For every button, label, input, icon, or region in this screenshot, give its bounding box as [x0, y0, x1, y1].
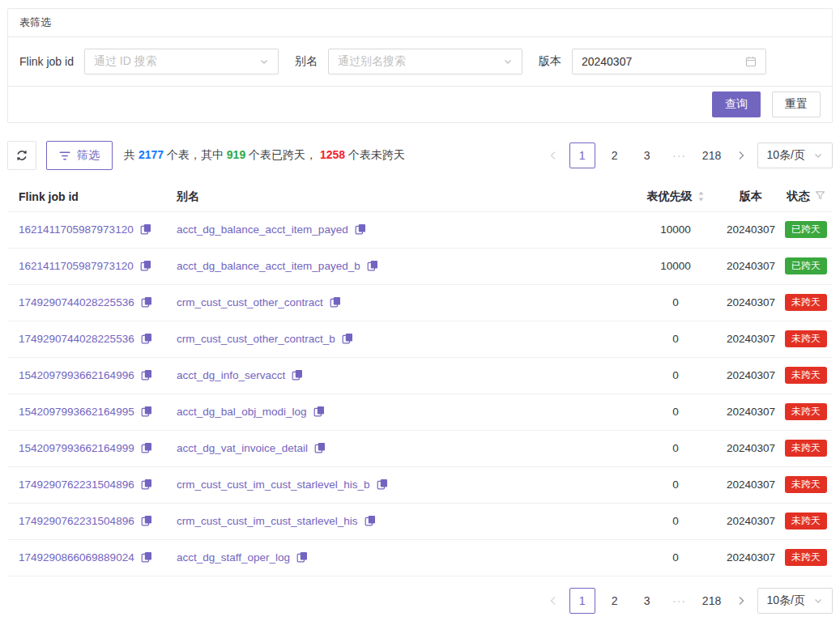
- copy-icon[interactable]: [141, 442, 152, 453]
- alias-link[interactable]: crm_cust_cust_other_contract_b: [177, 333, 335, 345]
- prev-page-button[interactable]: [544, 142, 563, 168]
- summary-crossed-count: 919: [227, 148, 245, 161]
- flink-job-id-link[interactable]: 1542097993662164999: [19, 442, 134, 454]
- copy-icon[interactable]: [365, 515, 376, 526]
- header-version: 版本: [723, 182, 779, 211]
- flink-job-id-field: Flink job id 通过 ID 搜索: [19, 49, 279, 74]
- filter-button-label: 筛选: [77, 148, 100, 163]
- filter-button[interactable]: 筛选: [46, 141, 113, 170]
- priority-cell: 0: [629, 539, 723, 576]
- copy-icon[interactable]: [355, 223, 366, 235]
- pagination-bottom: 1 2 3 ··· 218 10条/页: [544, 588, 833, 614]
- alias-link[interactable]: acct_dg_vat_invoice_detail: [177, 442, 308, 454]
- flink-job-id-link[interactable]: 1542097993662164995: [19, 406, 134, 418]
- copy-icon[interactable]: [377, 479, 388, 490]
- page-size-value: 10条/页: [767, 148, 805, 163]
- page-button-1[interactable]: 1: [569, 588, 595, 614]
- flink-job-id-link[interactable]: 1621411705987973120: [19, 260, 134, 272]
- page-button-2[interactable]: 2: [602, 142, 628, 168]
- version-cell: 20240307: [723, 466, 779, 503]
- copy-icon[interactable]: [314, 442, 326, 453]
- chevron-down-icon: [503, 57, 513, 66]
- version-date-input[interactable]: 20240307: [572, 49, 766, 74]
- next-page-button[interactable]: [731, 142, 751, 168]
- next-page-button[interactable]: [731, 588, 751, 614]
- copy-icon[interactable]: [296, 551, 308, 563]
- flink-job-id-cell: 1542097993662164996: [7, 357, 177, 393]
- flink-job-id-link[interactable]: 1749290762231504896: [19, 515, 134, 527]
- copy-icon[interactable]: [367, 260, 378, 271]
- header-status: 状态: [779, 182, 833, 211]
- table-row: 1542097993662164995 acct_dg_bal_obj_modi…: [7, 393, 833, 430]
- flink-job-id-link[interactable]: 1749290744028225536: [19, 296, 134, 308]
- flink-job-id-link[interactable]: 1749290744028225536: [19, 333, 134, 345]
- results-table: Flink job id 别名 表优先级 版本 状态 1621411705987…: [7, 182, 833, 576]
- flink-job-id-select[interactable]: 通过 ID 搜索: [84, 49, 279, 74]
- table-row: 1621411705987973120 acct_dg_balance_acct…: [7, 248, 833, 284]
- query-button[interactable]: 查询: [712, 91, 761, 117]
- page-button-2[interactable]: 2: [602, 588, 628, 614]
- flink-job-id-label: Flink job id: [19, 55, 74, 68]
- alias-link[interactable]: acct_dg_balance_acct_item_payed: [177, 223, 348, 236]
- prev-page-button[interactable]: [544, 588, 563, 614]
- sorter-icon[interactable]: [697, 191, 705, 202]
- table-row: 1749290744028225536 crm_cust_cust_other_…: [7, 321, 833, 357]
- copy-icon[interactable]: [141, 551, 152, 563]
- header-status-label: 状态: [787, 189, 810, 202]
- version-value: 20240307: [582, 55, 632, 68]
- alias-link[interactable]: crm_cust_cust_im_cust_starlevel_his: [177, 515, 358, 527]
- alias-link[interactable]: crm_cust_cust_other_contract: [177, 296, 323, 308]
- flink-job-id-link[interactable]: 1542097993662164996: [19, 369, 134, 381]
- copy-icon[interactable]: [140, 223, 151, 235]
- filter-form: Flink job id 通过 ID 搜索 别名 通过别名搜索: [8, 37, 832, 87]
- status-cell: 未跨天: [779, 539, 833, 576]
- page-button-3[interactable]: 3: [634, 588, 660, 614]
- status-badge: 未跨天: [785, 330, 827, 348]
- flink-job-id-cell: 1749290744028225536: [7, 284, 177, 321]
- flink-job-id-link[interactable]: 1749290762231504896: [19, 479, 134, 491]
- copy-icon[interactable]: [141, 333, 152, 344]
- calendar-icon: [745, 56, 757, 67]
- status-cell: 未跨天: [779, 393, 833, 430]
- copy-icon[interactable]: [141, 296, 152, 308]
- alias-cell: acct_dg_balance_acct_item_payed_b: [177, 248, 629, 284]
- alias-cell: crm_cust_cust_im_cust_starlevel_his: [177, 503, 629, 539]
- page-ellipsis[interactable]: ···: [667, 142, 693, 168]
- page-button-last[interactable]: 218: [699, 142, 725, 168]
- copy-icon[interactable]: [140, 260, 151, 271]
- flink-job-id-link[interactable]: 1749290866069889024: [19, 551, 134, 564]
- copy-icon[interactable]: [292, 369, 303, 381]
- page-button-1[interactable]: 1: [569, 142, 595, 168]
- status-badge: 未跨天: [785, 403, 827, 421]
- summary-total-count: 2177: [139, 148, 164, 161]
- page-ellipsis[interactable]: ···: [667, 588, 693, 614]
- alias-link[interactable]: acct_dg_balance_acct_item_payed_b: [177, 260, 360, 272]
- copy-icon[interactable]: [141, 406, 152, 417]
- alias-link[interactable]: acct_dg_info_servacct: [177, 369, 285, 381]
- alias-field: 别名 通过别名搜索: [295, 49, 522, 74]
- version-cell: 20240307: [723, 393, 779, 430]
- flink-job-id-cell: 1542097993662164999: [7, 430, 177, 466]
- copy-icon[interactable]: [141, 369, 152, 381]
- copy-icon[interactable]: [330, 296, 341, 308]
- copy-icon[interactable]: [141, 515, 152, 526]
- alias-cell: crm_cust_cust_other_contract: [177, 284, 629, 321]
- refresh-button[interactable]: [7, 141, 36, 170]
- alias-link[interactable]: crm_cust_cust_im_cust_starlevel_his_b: [177, 479, 370, 491]
- page-size-select[interactable]: 10条/页: [757, 142, 833, 168]
- copy-icon[interactable]: [313, 406, 325, 417]
- alias-select[interactable]: 通过别名搜索: [328, 49, 522, 74]
- alias-link[interactable]: acct_dg_bal_obj_modi_log: [177, 406, 307, 418]
- page-button-last[interactable]: 218: [699, 588, 725, 614]
- copy-icon[interactable]: [141, 479, 152, 490]
- flink-job-id-cell: 1542097993662164995: [7, 393, 177, 430]
- flink-job-id-placeholder: 通过 ID 搜索: [94, 54, 157, 69]
- reset-button[interactable]: 重置: [772, 91, 821, 117]
- page-button-3[interactable]: 3: [634, 142, 660, 168]
- header-priority-label: 表优先级: [647, 189, 693, 202]
- page-size-select[interactable]: 10条/页: [757, 588, 833, 614]
- alias-link[interactable]: acct_dg_staff_oper_log: [177, 551, 290, 564]
- copy-icon[interactable]: [342, 333, 353, 344]
- funnel-filter-icon[interactable]: [815, 190, 825, 201]
- flink-job-id-link[interactable]: 1621411705987973120: [19, 223, 134, 236]
